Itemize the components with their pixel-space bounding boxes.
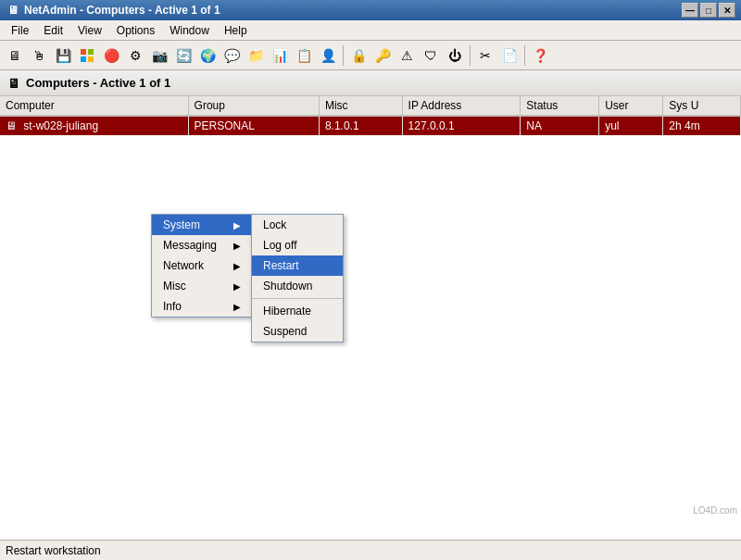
cell-status: NA — [521, 116, 599, 136]
chart-icon[interactable]: 📊 — [269, 44, 291, 67]
cell-sysu: 2h 4m — [663, 116, 741, 136]
ctx-messaging[interactable]: Messaging ▶ — [152, 235, 252, 255]
sub-logoff[interactable]: Log off — [252, 235, 343, 255]
arrow-icon: ▶ — [233, 302, 241, 312]
cell-misc: 8.1.0.1 — [319, 116, 402, 136]
toolbar-separator-1 — [343, 45, 344, 66]
sub-hibernate[interactable]: Hibernate — [252, 301, 343, 321]
user-icon[interactable]: 👤 — [317, 44, 339, 67]
computers-table: Computer Group Misc IP Address Status Us… — [0, 96, 741, 136]
toolbar-separator-2 — [470, 45, 471, 66]
menu-window[interactable]: Window — [162, 20, 217, 40]
camera-icon[interactable]: 📷 — [148, 44, 170, 67]
folder-icon[interactable]: 📁 — [245, 44, 267, 67]
menu-help[interactable]: Help — [217, 20, 255, 40]
globe-icon[interactable]: 🌍 — [196, 44, 219, 67]
cell-group: PERSONAL — [188, 116, 319, 136]
menu-bar: File Edit View Options Window Help — [0, 20, 741, 41]
floppy-icon[interactable]: 💾 — [52, 44, 74, 67]
submenu-separator — [252, 298, 343, 299]
report-icon[interactable]: 📋 — [293, 44, 315, 67]
sub-context-menu: Lock Log off Restart Shutdown Hibernate … — [251, 214, 344, 342]
svg-rect-0 — [81, 49, 86, 55]
shield-icon[interactable]: 🛡 — [420, 44, 442, 67]
toolbar: 🖥 🖱 💾 🔴 ⚙ 📷 🔄 🌍 💬 📁 📊 📋 👤 🔒 🔑 ⚠ 🛡 ⏻ ✂ 📄 … — [0, 41, 741, 70]
svg-rect-2 — [81, 56, 86, 62]
ctx-misc[interactable]: Misc ▶ — [152, 276, 252, 296]
key-icon[interactable]: 🔑 — [371, 44, 394, 67]
table-row[interactable]: 🖥 st-w028-juliang PERSONAL 8.1.0.1 127.0… — [0, 116, 741, 136]
col-status[interactable]: Status — [521, 96, 599, 116]
col-sysu[interactable]: Sys U — [663, 96, 741, 116]
col-computer[interactable]: Computer — [0, 96, 188, 116]
status-text: Restart workstation — [6, 544, 101, 557]
panel-header: 🖥 Computers - Active 1 of 1 — [0, 70, 741, 96]
menu-edit[interactable]: Edit — [36, 20, 70, 40]
cell-computer: 🖥 st-w028-juliang — [0, 116, 188, 136]
ctx-system[interactable]: System ▶ — [152, 215, 252, 235]
col-user[interactable]: User — [599, 96, 663, 116]
power-icon[interactable]: ⏻ — [444, 44, 466, 67]
arrow-icon: ▶ — [233, 281, 241, 292]
gear-icon[interactable]: ⚙ — [124, 44, 146, 67]
ctx-network[interactable]: Network ▶ — [152, 255, 252, 276]
network-icon[interactable]: 🔴 — [100, 44, 122, 67]
help-icon[interactable]: ❓ — [529, 44, 551, 67]
arrow-icon: ▶ — [233, 220, 241, 230]
col-misc[interactable]: Misc — [319, 96, 402, 116]
warning-icon[interactable]: ⚠ — [396, 44, 418, 67]
lock-icon[interactable]: 🔒 — [347, 44, 370, 67]
title-bar-buttons: — □ ✕ — [682, 3, 735, 18]
menu-view[interactable]: View — [70, 20, 109, 40]
status-bar: Restart workstation — [0, 540, 741, 560]
close-button[interactable]: ✕ — [719, 3, 735, 18]
svg-rect-1 — [88, 49, 94, 55]
minimize-button[interactable]: — — [682, 3, 698, 18]
col-ip[interactable]: IP Address — [402, 96, 521, 116]
row-computer-icon: 🖥 — [6, 119, 17, 132]
refresh-icon[interactable]: 🔄 — [172, 44, 195, 67]
content-area: 🖥 Computers - Active 1 of 1 Computer Gro… — [0, 70, 741, 540]
toolbar-separator-3 — [524, 45, 525, 66]
scissors-icon[interactable]: ✂ — [474, 44, 496, 67]
table-container[interactable]: Computer Group Misc IP Address Status Us… — [0, 96, 741, 540]
context-menu: System ▶ Messaging ▶ Network ▶ Misc ▶ In… — [151, 214, 253, 317]
monitor-icon[interactable]: 🖱 — [28, 44, 50, 67]
sub-lock[interactable]: Lock — [252, 215, 343, 235]
title-bar: 🖥 NetAdmin - Computers - Active 1 of 1 —… — [0, 0, 741, 20]
menu-file[interactable]: File — [4, 20, 36, 40]
maximize-button[interactable]: □ — [700, 3, 717, 18]
cell-user: yul — [599, 116, 663, 136]
ctx-info[interactable]: Info ▶ — [152, 296, 252, 317]
col-group[interactable]: Group — [188, 96, 319, 116]
arrow-icon: ▶ — [233, 241, 241, 251]
panel-header-icon: 🖥 — [7, 76, 20, 91]
app-icon: 🖥 — [6, 3, 20, 18]
svg-rect-3 — [88, 56, 94, 62]
sub-restart[interactable]: Restart — [252, 255, 343, 276]
menu-options[interactable]: Options — [109, 20, 162, 40]
sub-shutdown[interactable]: Shutdown — [252, 276, 343, 296]
copy-icon[interactable]: 📄 — [498, 44, 521, 67]
sub-suspend[interactable]: Suspend — [252, 321, 343, 342]
panel-title: Computers - Active 1 of 1 — [26, 76, 170, 90]
computer-icon[interactable]: 🖥 — [4, 44, 26, 67]
watermark: LO4D.com — [693, 505, 737, 516]
cell-ip: 127.0.0.1 — [402, 116, 521, 136]
arrow-icon: ▶ — [233, 261, 241, 271]
message-icon[interactable]: 💬 — [220, 44, 243, 67]
windows-icon[interactable] — [76, 44, 98, 67]
title-bar-text: NetAdmin - Computers - Active 1 of 1 — [24, 4, 682, 17]
